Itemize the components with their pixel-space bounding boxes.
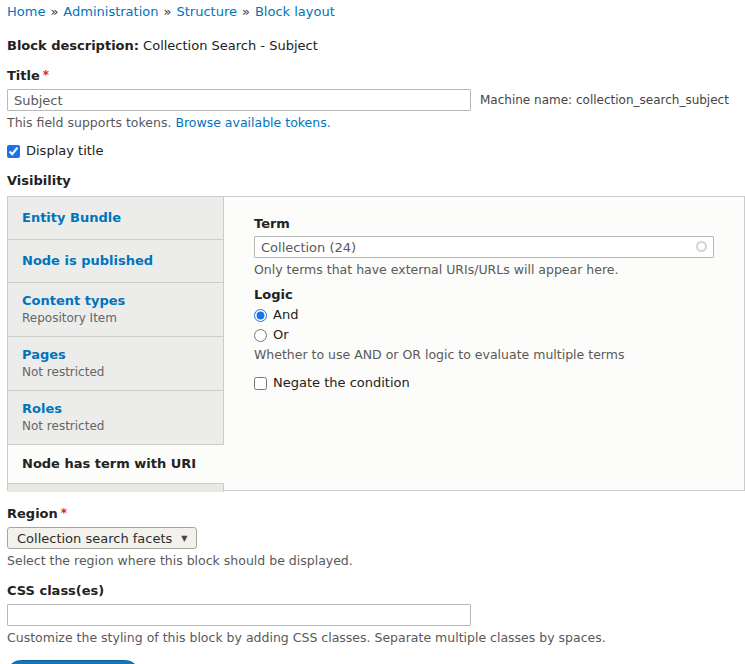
term-help: Only terms that have external URIs/URLs … (254, 263, 714, 277)
breadcrumb-separator: » (164, 4, 172, 19)
vtab-node-is-published[interactable]: Node is published (8, 240, 224, 283)
term-label: Term (254, 216, 714, 232)
machine-name-value: collection_search_subject (576, 93, 729, 107)
vtab-label: Pages (22, 347, 209, 363)
vtab-label: Roles (22, 401, 209, 417)
breadcrumb-separator: » (242, 4, 250, 19)
vtab-label: Node has term with URI (22, 456, 209, 472)
vtab-label: Entity Bundle (22, 210, 209, 226)
vertical-tab-pane: Term Only terms that have external URIs/… (224, 197, 744, 490)
breadcrumb-link-block-layout[interactable]: Block layout (255, 4, 335, 19)
save-block-button[interactable]: Save block (7, 660, 139, 664)
vertical-tab-menu: Entity Bundle Node is published Content … (8, 197, 224, 490)
title-field-label: Title* (7, 68, 745, 83)
title-input[interactable] (7, 89, 471, 111)
negate-condition-label: Negate the condition (273, 375, 410, 391)
visibility-heading: Visibility (7, 173, 745, 188)
css-classes-help: Customize the styling of this block by a… (7, 631, 745, 645)
title-help-text: This field supports tokens. (7, 115, 171, 130)
vtab-summary: Not restricted (22, 419, 209, 434)
vtab-entity-bundle[interactable]: Entity Bundle (8, 197, 224, 240)
required-marker: * (43, 68, 49, 82)
logic-help: Whether to use AND or OR logic to evalua… (254, 348, 714, 362)
region-select-value: Collection search facets (17, 531, 172, 546)
logic-and-radio[interactable] (254, 309, 267, 322)
title-help: This field supports tokens. Browse avail… (7, 116, 745, 130)
autocomplete-throbber-icon (696, 241, 707, 252)
logic-option-and-row: And (254, 307, 714, 323)
logic-or-radio[interactable] (254, 329, 267, 342)
logic-option-or-row: Or (254, 327, 714, 343)
vtab-content-types[interactable]: Content types Repository Item (8, 283, 224, 337)
vtab-label: Content types (22, 293, 209, 309)
browse-tokens-link[interactable]: Browse available tokens. (175, 115, 330, 130)
vtab-summary: Not restricted (22, 365, 209, 380)
vtab-roles[interactable]: Roles Not restricted (8, 391, 224, 445)
required-marker: * (61, 506, 67, 520)
display-title-checkbox[interactable] (7, 145, 20, 158)
block-description-label: Block description: (7, 38, 139, 53)
region-help: Select the region where this block shoul… (7, 554, 745, 568)
visibility-vertical-tabs: Entity Bundle Node is published Content … (7, 196, 745, 491)
term-autocomplete-input[interactable] (254, 236, 714, 258)
display-title-label: Display title (26, 143, 103, 159)
region-select[interactable]: Collection search facets ▼ (7, 527, 197, 549)
chevron-down-icon: ▼ (181, 534, 187, 543)
negate-condition-row: Negate the condition (254, 375, 714, 391)
machine-name: Machine name: collection_search_subject (480, 93, 729, 107)
vtab-label: Node is published (22, 253, 209, 269)
css-classes-input[interactable] (7, 604, 471, 626)
machine-name-label: Machine name: (480, 93, 572, 107)
block-description: Block description: Collection Search - S… (7, 38, 745, 53)
breadcrumb-link-administration[interactable]: Administration (63, 4, 158, 19)
title-label-text: Title (7, 68, 40, 83)
display-title-row: Display title (7, 143, 745, 159)
region-field-label: Region* (7, 506, 745, 521)
vtab-summary: Repository Item (22, 311, 209, 326)
vtab-node-has-term-with-uri[interactable]: Node has term with URI (8, 445, 224, 484)
form-actions: Save block Remove block (7, 660, 745, 664)
breadcrumb-link-structure[interactable]: Structure (176, 4, 236, 19)
breadcrumb: Home»Administration»Structure»Block layo… (7, 4, 745, 20)
vtab-menu-overflow (8, 484, 224, 492)
logic-or-label: Or (273, 327, 289, 343)
css-classes-label: CSS class(es) (7, 583, 745, 598)
logic-and-label: And (273, 307, 298, 323)
region-label-text: Region (7, 506, 58, 521)
block-description-value: Collection Search - Subject (143, 38, 318, 53)
negate-condition-checkbox[interactable] (254, 377, 267, 390)
vtab-pages[interactable]: Pages Not restricted (8, 337, 224, 391)
breadcrumb-link-home[interactable]: Home (7, 4, 45, 19)
breadcrumb-separator: » (50, 4, 58, 19)
logic-label: Logic (254, 287, 714, 303)
